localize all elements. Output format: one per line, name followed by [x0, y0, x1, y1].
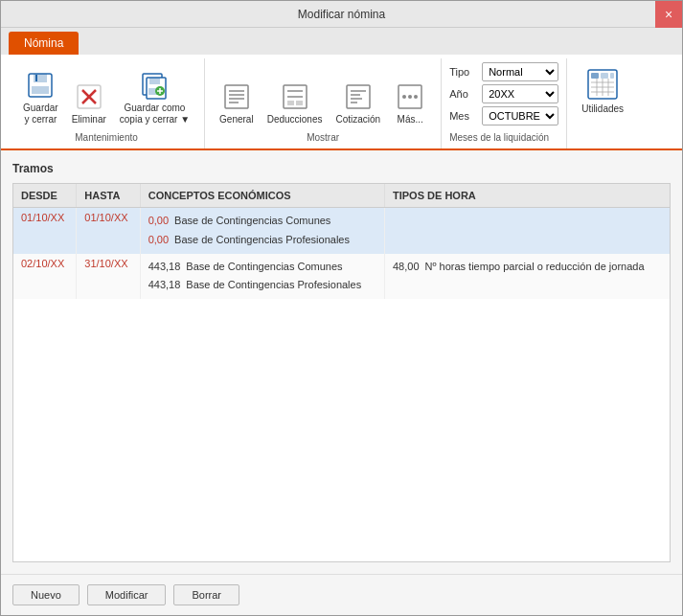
eliminar-label: Eliminar [72, 114, 106, 125]
deducciones-button[interactable]: Deducciones [262, 79, 328, 128]
guardar-copia-icon [139, 70, 170, 101]
svg-rect-2 [32, 86, 49, 94]
svg-point-30 [402, 95, 406, 99]
general-icon [221, 81, 252, 112]
section-title: Tramos [12, 162, 671, 175]
content-area: Tramos DESDE HASTA CONCEPTOS ECONÓMICOS … [1, 150, 682, 574]
mes-label: Mes [449, 110, 476, 122]
anio-select[interactable]: 20XX [482, 84, 558, 103]
svg-point-31 [408, 95, 412, 99]
row1-conceptos: 0,00Base de Contingencias Comunes 0,00Ba… [140, 208, 384, 254]
cotizacion-button[interactable]: Cotización [330, 79, 385, 128]
guardar-cerrar-label: Guardary cerrar [23, 103, 58, 125]
col-desde: DESDE [13, 184, 77, 208]
row1-tipos [384, 208, 670, 254]
svg-rect-24 [347, 85, 370, 108]
window-title: Modificar nómina [298, 8, 385, 21]
col-hasta: HASTA [77, 184, 140, 208]
col-conceptos: CONCEPTOS ECONÓMICOS [140, 184, 384, 208]
nuevo-button[interactable]: Nuevo [12, 584, 80, 605]
mostrar-buttons: General Deducciones [215, 62, 431, 128]
guardar-copia-button[interactable]: Guardar comocopia y cerrar ▼ [115, 67, 194, 128]
mantenimiento-buttons: Guardary cerrar Eliminar [18, 62, 194, 128]
utilities-icon [583, 65, 622, 103]
bottom-bar: Nuevo Modificar Borrar [1, 574, 682, 615]
mostrar-group-label: Mostrar [307, 128, 339, 145]
mantenimiento-group-label: Mantenimiento [75, 128, 138, 145]
tramos-table: DESDE HASTA CONCEPTOS ECONÓMICOS TIPOS D… [13, 184, 670, 299]
svg-point-32 [414, 95, 418, 99]
mes-select[interactable]: OCTUBRE [482, 106, 558, 125]
main-window: Modificar nómina × Nómina [0, 0, 683, 616]
modificar-button[interactable]: Modificar [87, 584, 167, 605]
svg-rect-22 [287, 101, 294, 105]
deducciones-icon [280, 81, 310, 112]
row2-tipos: 48,00Nº horas tiempo parcial o reducción… [384, 254, 670, 300]
svg-rect-14 [225, 85, 248, 108]
utilities-button[interactable]: Utilidades [577, 62, 628, 117]
table-container: DESDE HASTA CONCEPTOS ECONÓMICOS TIPOS D… [12, 183, 671, 562]
svg-rect-9 [149, 78, 160, 84]
ribbon-group-mostrar: General Deducciones [205, 58, 442, 148]
tab-nomina[interactable]: Nómina [9, 32, 79, 55]
utilities-label: Utilidades [581, 103, 624, 114]
mas-label: Más... [398, 114, 423, 125]
svg-rect-36 [610, 73, 614, 79]
svg-rect-3 [35, 75, 37, 81]
tipo-label: Tipo [449, 66, 476, 78]
table-row[interactable]: 01/10/XX 01/10/XX 0,00Base de Contingenc… [13, 208, 670, 254]
cotizacion-icon [343, 81, 374, 112]
mas-icon [395, 81, 425, 112]
borrar-button[interactable]: Borrar [173, 584, 239, 605]
guardar-cerrar-button[interactable]: Guardary cerrar [18, 67, 63, 128]
guardar-cerrar-icon [25, 70, 56, 101]
svg-rect-35 [601, 73, 608, 79]
general-label: General [219, 114, 254, 125]
mes-row: Mes OCTUBRE [449, 106, 558, 125]
table-header-row: DESDE HASTA CONCEPTOS ECONÓMICOS TIPOS D… [13, 184, 670, 208]
close-button[interactable]: × [655, 1, 682, 28]
ribbon-form-liquidacion: Tipo Normal Año 20XX Mes OCTUBRE Meses d… [442, 58, 567, 148]
ribbon-tabs: Nómina [1, 28, 682, 55]
svg-rect-34 [591, 73, 599, 79]
tipo-row: Tipo Normal [449, 62, 558, 81]
ribbon-group-utilities: Utilidades [567, 58, 638, 148]
cotizacion-label: Cotización [335, 114, 380, 125]
anio-row: Año 20XX [449, 84, 558, 103]
eliminar-button[interactable]: Eliminar [67, 79, 111, 128]
svg-rect-23 [296, 101, 303, 105]
ribbon-group-mantenimiento: Guardary cerrar Eliminar [9, 58, 205, 148]
row2-desde: 02/10/XX [13, 254, 77, 300]
anio-label: Año [449, 88, 476, 100]
title-bar: Modificar nómina × [1, 1, 682, 28]
ribbon-body: Guardary cerrar Eliminar [1, 55, 682, 150]
row1-hasta: 01/10/XX [77, 208, 140, 254]
table-row[interactable]: 02/10/XX 31/10/XX 443,18Base de Continge… [13, 254, 670, 300]
liquidacion-group-label: Meses de la liquidación [449, 128, 558, 145]
row2-conceptos: 443,18Base de Contingencias Comunes 443,… [140, 254, 384, 300]
row2-hasta: 31/10/XX [77, 254, 140, 300]
general-button[interactable]: General [215, 79, 259, 128]
eliminar-icon [74, 81, 104, 112]
deducciones-label: Deducciones [267, 114, 323, 125]
mas-button[interactable]: Más... [389, 79, 431, 128]
tipo-select[interactable]: Normal [482, 62, 558, 81]
guardar-copia-label: Guardar comocopia y cerrar ▼ [120, 103, 190, 125]
row1-desde: 01/10/XX [13, 208, 77, 254]
col-tipos: TIPOS DE HORA [384, 184, 670, 208]
